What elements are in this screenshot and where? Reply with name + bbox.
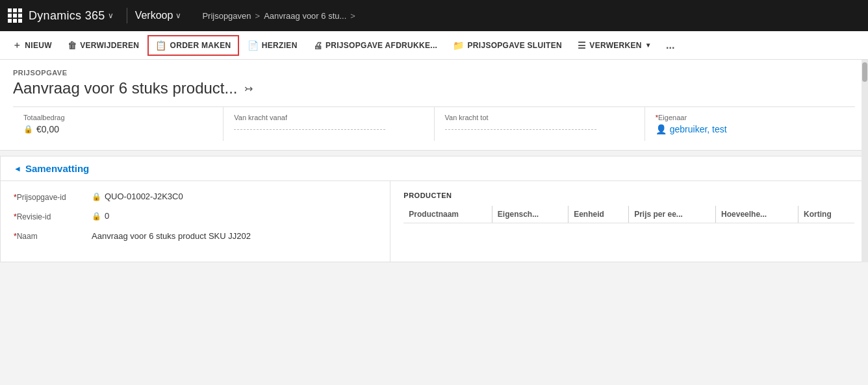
revisie-req-star: * <box>14 212 17 221</box>
prijsopgave-id-label: *Prijsopgave-id <box>14 192 92 202</box>
col-eigensch: Eigensch... <box>492 206 568 223</box>
section-header: ◄ Samenvatting <box>1 156 867 181</box>
print-icon: 🖨 <box>313 40 322 51</box>
breadcrumb-sep2: > <box>350 11 355 21</box>
naam-value: Aanvraag voor 6 stuks product SKU JJ202 <box>92 230 377 242</box>
sluiten-icon: 📁 <box>453 40 464 51</box>
eigenaar-label: *Eigenaar <box>656 114 845 121</box>
verwerken-icon: ☰ <box>578 40 586 51</box>
nav-divider <box>127 8 127 23</box>
print-label: PRIJSOPGAVE AFDRUKKE... <box>326 41 437 50</box>
prijsopgave-req-star: * <box>14 193 17 202</box>
revisie-id-label: *Revisie-id <box>14 211 92 221</box>
prijsopgave-id-text: QUO-01002-J2K3C0 <box>105 192 183 201</box>
record-title: Aanvraag voor 6 stuks product... <box>13 79 238 97</box>
herzien-icon: 📄 <box>248 40 259 51</box>
more-button[interactable]: ... <box>660 35 680 56</box>
module-name[interactable]: Verkoop <box>135 10 173 21</box>
breadcrumb: Prijsopgaven > Aanvraag voor 6 stu... > <box>202 11 355 21</box>
totaalbedrag-amount: €0,00 <box>36 124 59 134</box>
revisie-id-lock-icon: 🔒 <box>92 212 101 221</box>
form-field-revisie-id: *Revisie-id 🔒 0 <box>14 211 377 221</box>
scrollbar-right[interactable] <box>862 60 868 262</box>
record-title-row: Aanvraag voor 6 stuks product... ↣ <box>13 79 855 97</box>
main-content: PRIJSOPGAVE Aanvraag voor 6 stuks produc… <box>0 60 868 262</box>
totaalbedrag-lock-icon: 🔒 <box>23 125 33 134</box>
record-type-label: PRIJSOPGAVE <box>13 69 855 77</box>
header-field-van-kracht-tot: Van kracht tot <box>435 107 645 141</box>
waffle-icon[interactable] <box>8 8 22 23</box>
breadcrumb-sep1: > <box>255 11 261 21</box>
command-bar: ＋ NIEUW 🗑 VERWIJDEREN 📋 ORDER MAKEN 📄 HE… <box>0 31 868 60</box>
samenvatting-section: ◄ Samenvatting *Prijsopgave-id 🔒 QUO-010… <box>0 156 868 262</box>
col-eenheid: Eenheid <box>568 206 629 223</box>
new-button[interactable]: ＋ NIEUW <box>5 35 59 56</box>
products-table-header-row: Productnaam Eigensch... Eenheid Prijs pe… <box>403 206 854 223</box>
scrollbar-thumb <box>862 62 867 82</box>
herzien-button[interactable]: 📄 HERZIEN <box>240 36 305 55</box>
sluiten-label: PRIJSOPGAVE SLUITEN <box>468 41 563 50</box>
van-kracht-tot-label: Van kracht tot <box>445 114 634 121</box>
prijsopgave-id-lock-icon: 🔒 <box>92 192 101 201</box>
order-maken-label: ORDER MAKEN <box>170 41 231 50</box>
section-collapse-icon[interactable]: ◄ <box>14 164 21 173</box>
naam-label: *Naam <box>14 230 92 241</box>
eigenaar-link[interactable]: gebruiker, test <box>670 124 727 134</box>
section-body: *Prijsopgave-id 🔒 QUO-01002-J2K3C0 *Revi… <box>1 181 867 262</box>
breadcrumb-item2: Aanvraag voor 6 stu... <box>264 11 346 21</box>
revisie-id-text: 0 <box>105 211 109 221</box>
col-korting: Korting <box>798 206 854 223</box>
app-name: Dynamics 365 <box>29 9 105 23</box>
products-table: Productnaam Eigensch... Eenheid Prijs pe… <box>403 206 854 223</box>
prijsopgave-id-value: 🔒 QUO-01002-J2K3C0 <box>92 192 377 201</box>
col-hoeveelheid: Hoeveelhe... <box>716 206 798 223</box>
record-menu-icon[interactable]: ↣ <box>244 82 253 95</box>
record-header: PRIJSOPGAVE Aanvraag voor 6 stuks produc… <box>0 60 868 151</box>
col-prijs: Prijs per ee... <box>629 206 716 223</box>
herzien-label: HERZIEN <box>262 41 298 50</box>
header-field-eigenaar: *Eigenaar 👤 gebruiker, test <box>645 107 855 141</box>
module-chevron-icon[interactable]: ∨ <box>175 11 181 20</box>
form-field-prijsopgave-id: *Prijsopgave-id 🔒 QUO-01002-J2K3C0 <box>14 192 377 202</box>
breadcrumb-item1[interactable]: Prijsopgaven <box>202 11 251 21</box>
totaalbedrag-value: 🔒 €0,00 <box>23 124 212 134</box>
van-kracht-vanaf-value[interactable] <box>234 124 423 130</box>
verwerken-label: VERWERKEN <box>589 41 642 50</box>
section-right: PRODUCTEN Productnaam Eigensch... Eenhei… <box>390 181 867 262</box>
top-nav-bar: Dynamics 365 ∨ Verkoop ∨ Prijsopgaven > … <box>0 0 868 31</box>
print-button[interactable]: 🖨 PRIJSOPGAVE AFDRUKKE... <box>306 36 445 55</box>
new-icon: ＋ <box>12 40 21 51</box>
van-kracht-vanaf-dash <box>234 129 385 130</box>
delete-button[interactable]: 🗑 VERWIJDEREN <box>60 36 146 55</box>
revisie-id-value: 🔒 0 <box>92 211 377 221</box>
new-label: NIEUW <box>25 41 52 50</box>
naam-req-star: * <box>14 232 17 241</box>
verwerken-button[interactable]: ☰ VERWERKEN ▼ <box>570 36 659 55</box>
delete-icon: 🗑 <box>68 40 77 51</box>
verwerken-dropdown-icon: ▼ <box>645 42 652 49</box>
app-chevron-icon[interactable]: ∨ <box>108 11 114 20</box>
order-maken-button[interactable]: 📋 ORDER MAKEN <box>147 35 238 56</box>
section-left: *Prijsopgave-id 🔒 QUO-01002-J2K3C0 *Revi… <box>1 181 390 262</box>
header-field-van-kracht-vanaf: Van kracht vanaf <box>223 107 434 141</box>
header-field-totaalbedrag: Totaalbedrag 🔒 €0,00 <box>13 107 223 141</box>
col-productnaam: Productnaam <box>403 206 492 223</box>
delete-label: VERWIJDEREN <box>80 41 139 50</box>
order-maken-icon: 📋 <box>155 40 166 51</box>
eigenaar-person-icon: 👤 <box>656 124 667 134</box>
eigenaar-value: 👤 gebruiker, test <box>656 124 845 134</box>
products-label: PRODUCTEN <box>403 192 854 199</box>
van-kracht-vanaf-label: Van kracht vanaf <box>234 114 423 121</box>
van-kracht-tot-dash <box>445 129 596 130</box>
section-title: Samenvatting <box>25 163 89 174</box>
header-fields: Totaalbedrag 🔒 €0,00 Van kracht vanaf Va… <box>13 106 855 141</box>
naam-text: Aanvraag voor 6 stuks product SKU JJ202 <box>92 230 251 242</box>
van-kracht-tot-value[interactable] <box>445 124 634 130</box>
sluiten-button[interactable]: 📁 PRIJSOPGAVE SLUITEN <box>446 36 569 55</box>
totaalbedrag-label: Totaalbedrag <box>23 114 212 121</box>
form-field-naam: *Naam Aanvraag voor 6 stuks product SKU … <box>14 230 377 242</box>
